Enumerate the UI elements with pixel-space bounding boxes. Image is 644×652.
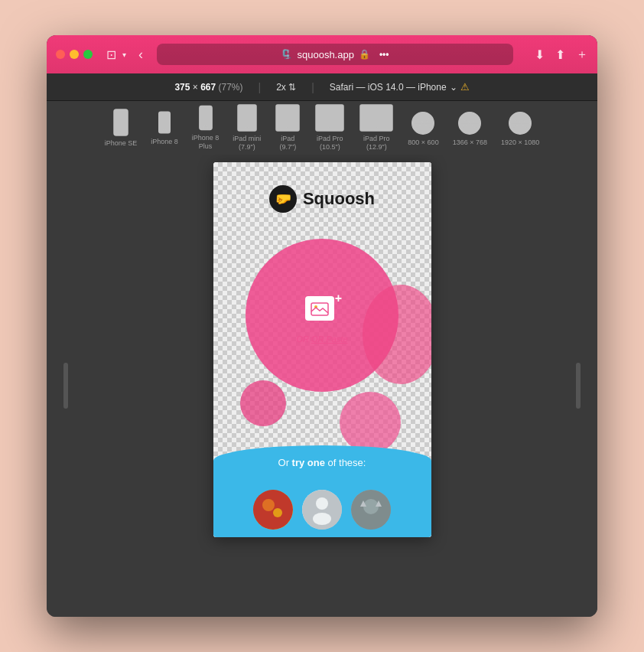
image-icon [305,296,334,321]
traffic-lights [56,50,93,59]
device-ipad-mini[interactable]: iPad mini(7.9") [233,104,261,152]
back-button[interactable]: ‹ [138,47,143,63]
pink-blob-small-left [240,380,286,426]
upload-area[interactable]: + [305,296,339,325]
desktop-1920-icon [507,109,533,135]
iphone-se-label: iPhone SE [105,139,138,148]
ipad-mini-label: iPad mini(7.9") [233,135,261,152]
or-paste-text: OR OR Paste [296,334,347,344]
iphone-8-plus-label: iPhone 8Plus [192,134,220,151]
iphone-8-label: iPhone 8 [151,138,178,146]
svg-point-29 [316,497,328,510]
right-toolbar: ⬇ ⬆ ＋ [535,47,588,63]
desktop-800-icon [410,109,436,135]
plus-icon: + [335,292,342,305]
browser-window: ⊡ ▾ ‹ 🗜️ squoosh.app 🔒 ••• ⬇ ⬆ ＋ 375 × 6… [47,35,597,617]
ipad-icon [275,104,301,132]
scroll-handle-right[interactable] [576,363,581,409]
ipad-label: iPad(9.7") [279,135,296,152]
svg-point-27 [273,508,282,517]
squoosh-title: Squoosh [303,189,375,209]
device-1920x1080[interactable]: 1920 × 1080 [501,109,539,147]
thumbnail-food[interactable] [253,490,293,530]
device-iphone-8[interactable]: iPhone 8 [151,110,178,146]
ipad-pro-105-label: iPad Pro(10.5") [317,135,343,152]
svg-point-8 [204,126,207,129]
device-800x600[interactable]: 800 × 600 [408,109,438,147]
scroll-handle-left[interactable] [63,363,68,409]
svg-point-5 [163,129,165,132]
lock-icon: 🔒 [359,49,370,60]
upload-icon: + [305,296,339,325]
more-options-icon[interactable]: ••• [379,49,389,60]
svg-point-26 [262,499,275,511]
desktop-1920-label: 1920 × 1080 [501,139,539,147]
maximize-button[interactable] [83,50,93,59]
svg-rect-9 [238,105,256,131]
chevron-down-icon[interactable]: ▾ [122,51,126,59]
desktop-1366-icon [457,109,483,135]
svg-point-16 [376,128,378,130]
svg-point-30 [313,513,331,525]
svg-point-10 [246,128,248,130]
site-favicon: 🗜️ [281,49,292,60]
share-icon[interactable]: ⬆ [555,47,565,62]
scale-selector[interactable]: 2x ⇅ [276,82,296,93]
ipad-pro-105-icon [314,104,345,132]
warning-icon: ⚠ [460,81,470,93]
try-thumbnails [213,490,431,530]
pink-blob-small-right [340,392,401,453]
svg-point-12 [287,128,289,130]
svg-rect-11 [276,105,299,131]
address-bar[interactable]: 🗜️ squoosh.app 🔒 ••• [157,44,513,65]
squoosh-header: 🤛 Squoosh [213,185,431,213]
device-ipad-pro-105[interactable]: iPad Pro(10.5") [314,104,345,152]
device-1366x768[interactable]: 1366 × 768 [453,109,487,147]
sidebar-toggle-icon[interactable]: ⊡ [106,47,116,62]
device-ipad[interactable]: iPad(9.7") [275,104,301,152]
device-ipad-pro-129[interactable]: iPad Pro(12.9") [359,104,394,152]
toolbar-icons: ⊡ ▾ [106,47,126,62]
downloads-icon[interactable]: ⬇ [535,47,545,62]
iphone-se-icon [112,109,129,136]
ipad-pro-129-label: iPad Pro(12.9") [363,135,390,152]
squoosh-app: 🤛 Squoosh + [213,162,431,537]
new-tab-icon[interactable]: ＋ [576,47,588,63]
svg-point-25 [253,490,293,530]
device-iphone-se[interactable]: iPhone SE [105,109,138,148]
viewport-area: 🤛 Squoosh + [47,155,597,617]
iphone-8-plus-icon [198,105,213,131]
squoosh-logo: 🤛 [269,185,297,213]
svg-point-2 [119,132,122,135]
thumbnail-cat[interactable] [351,490,391,530]
separator-2: | [311,81,314,93]
minimize-button[interactable] [70,50,79,59]
desktop-1366-label: 1366 × 768 [453,139,487,147]
ipad-pro-129-icon [359,104,394,132]
svg-point-14 [329,128,331,130]
devtools-bar: 375 × 667 (77%) | 2x ⇅ | Safari — iOS 14… [47,73,597,101]
viewport-dimensions: 375 × 667 (77%) [174,82,242,93]
device-bar: iPhone SE iPhone 8 iPhone 8P [47,101,597,155]
desktop-800-label: 800 × 600 [408,139,438,147]
title-bar: ⊡ ▾ ‹ 🗜️ squoosh.app 🔒 ••• ⬇ ⬆ ＋ [47,35,597,73]
browser-info[interactable]: Safari — iOS 14.0 — iPhone ⌄ ⚠ [330,81,470,93]
close-button[interactable] [56,50,65,59]
separator-1: | [259,81,262,93]
svg-rect-13 [316,105,343,131]
svg-rect-15 [360,105,392,131]
iphone-8-icon [158,110,171,135]
phone-frame: 🤛 Squoosh + [213,162,431,537]
ipad-mini-icon [236,104,258,132]
url-text: squoosh.app [297,49,353,60]
device-iphone-8-plus[interactable]: iPhone 8Plus [192,105,220,151]
thumbnail-person[interactable] [302,490,342,530]
try-one-text: Or try one of these: [213,457,431,468]
